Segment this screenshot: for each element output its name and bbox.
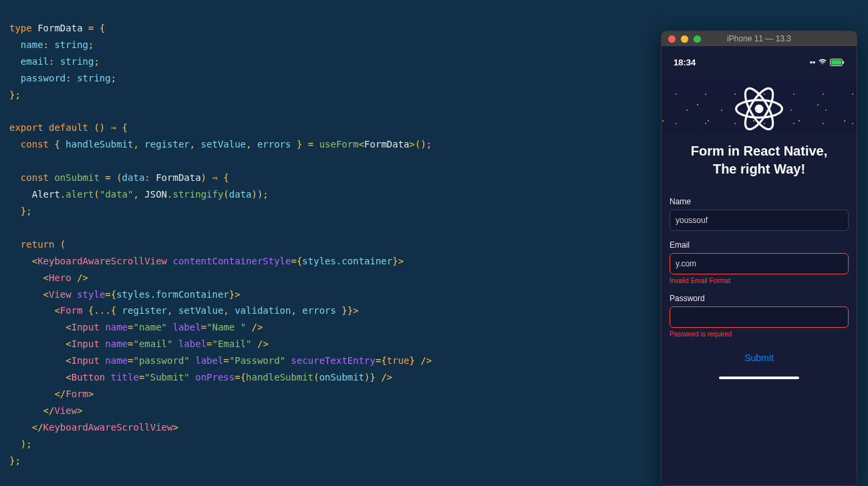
submit-button[interactable]: Submit [670, 347, 849, 373]
error-email: Invalid Email Format [670, 277, 849, 284]
input-email[interactable] [670, 253, 849, 274]
signal-icon: ▪▪ [809, 57, 815, 67]
error-password: Password is required [670, 330, 849, 338]
hero-section: Form in React Native, The right Way! [662, 73, 857, 197]
close-icon[interactable] [668, 35, 676, 43]
wifi-icon [818, 57, 827, 67]
phone-screen: 18:34 ▪▪ [662, 46, 857, 485]
react-logo-icon [735, 85, 783, 133]
home-indicator[interactable] [719, 377, 799, 379]
label-email: Email [670, 240, 849, 250]
maximize-icon[interactable] [694, 35, 701, 43]
minimize-icon[interactable] [681, 35, 688, 43]
status-icons: ▪▪ [809, 57, 845, 67]
traffic-lights [668, 35, 701, 43]
svg-rect-1 [831, 60, 841, 65]
field-password: Password Password is required [670, 294, 849, 338]
input-name[interactable] [670, 210, 849, 231]
field-email: Email Invalid Email Format [670, 240, 849, 284]
hero-title: Form in React Native, The right Way! [662, 133, 857, 197]
code-editor[interactable]: type FormData = { name: string; email: s… [0, 0, 661, 486]
svg-point-3 [755, 105, 764, 113]
field-name: Name [670, 197, 849, 231]
svg-rect-2 [843, 61, 845, 63]
input-password[interactable] [670, 306, 849, 328]
label-password: Password [670, 294, 849, 303]
svg-point-6 [740, 85, 778, 133]
status-time: 18:34 [674, 57, 696, 67]
status-bar: 18:34 ▪▪ [662, 46, 857, 73]
form: Name Email Invalid Email Format Password… [662, 197, 857, 373]
simulator-titlebar[interactable]: iPhone 11 — 13.3 [662, 31, 857, 46]
confetti-decoration [662, 79, 857, 133]
ios-simulator-window: iPhone 11 — 13.3 18:34 ▪▪ [661, 31, 857, 486]
svg-point-4 [736, 100, 782, 117]
svg-point-5 [740, 85, 778, 133]
label-name: Name [670, 197, 849, 206]
battery-icon [830, 59, 845, 66]
